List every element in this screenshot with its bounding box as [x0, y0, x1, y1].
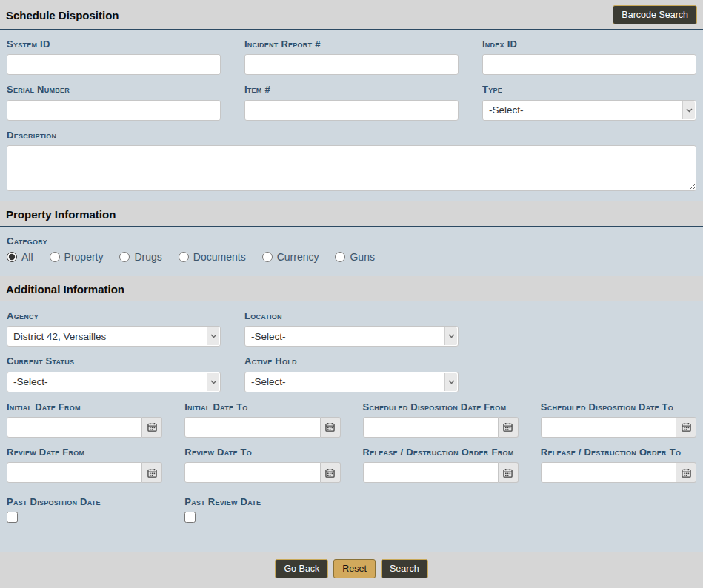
field-initial-date-to: Initial Date To	[184, 401, 340, 438]
field-active-hold: Active Hold -Select-	[244, 355, 459, 392]
review-date-to-input[interactable]	[184, 462, 320, 483]
release-destruction-order-from-input[interactable]	[363, 462, 499, 483]
field-item-number: Item #	[244, 84, 459, 120]
field-release-destruction-order-from: Release / Destruction Order From	[363, 447, 519, 483]
calendar-icon	[682, 468, 691, 478]
category-option-drugs[interactable]: Drugs	[119, 251, 161, 263]
release-destruction-order-to-calendar-button[interactable]	[676, 462, 696, 483]
system-id-label: System ID	[7, 39, 221, 50]
item-number-input[interactable]	[244, 100, 459, 121]
category-radio-property[interactable]	[50, 252, 60, 262]
scheduled-disposition-date-from-calendar-button[interactable]	[499, 417, 519, 438]
scheduled-disposition-date-to-calendar-button[interactable]	[676, 417, 696, 438]
type-label: Type	[482, 84, 696, 96]
category-radio-all[interactable]	[7, 252, 17, 262]
scheduled-disposition-date-to-label: Scheduled Disposition Date To	[541, 401, 696, 413]
review-date-from-calendar-button[interactable]	[142, 462, 162, 483]
field-past-disposition-date: Past Disposition Date	[7, 496, 162, 523]
chevron-down-icon	[682, 101, 695, 119]
field-release-destruction-order-to: Release / Destruction Order To	[541, 447, 696, 483]
type-select[interactable]: -Select-	[482, 100, 696, 121]
initial-date-to-input[interactable]	[184, 417, 320, 438]
scheduled-disposition-date-from-input[interactable]	[363, 417, 499, 438]
calendar-icon	[325, 422, 335, 432]
current-status-select-value: -Select-	[13, 376, 48, 387]
incident-report-input[interactable]	[244, 54, 459, 75]
type-select-value: -Select-	[489, 104, 524, 116]
category-option-documents-label: Documents	[193, 251, 246, 263]
review-date-to-calendar-button[interactable]	[321, 462, 341, 483]
agency-label: Agency	[7, 310, 221, 322]
category-radio-currency[interactable]	[262, 252, 273, 262]
category-option-all[interactable]: All	[7, 251, 33, 263]
category-radio-group: All Property Drugs Documents Currency Gu…	[7, 251, 696, 263]
field-past-review-date: Past Review Date	[184, 496, 340, 523]
location-label: Location	[244, 310, 459, 322]
initial-date-from-input[interactable]	[7, 417, 142, 438]
location-select-value: -Select-	[251, 331, 286, 342]
category-radio-documents[interactable]	[179, 252, 189, 262]
barcode-search-button[interactable]: Barcode Search	[613, 5, 697, 24]
category-option-guns-label: Guns	[350, 251, 374, 263]
field-initial-date-from: Initial Date From	[7, 401, 162, 438]
field-type: Type -Select-	[482, 84, 696, 120]
scheduled-disposition-date-to-input[interactable]	[541, 417, 676, 438]
initial-date-to-calendar-button[interactable]	[321, 417, 341, 438]
category-radio-drugs[interactable]	[119, 252, 130, 262]
header-bar: Schedule Disposition Barcode Search	[0, 0, 703, 30]
category-option-documents[interactable]: Documents	[179, 251, 246, 263]
property-information-title: Property Information	[6, 208, 697, 221]
agency-select[interactable]: District 42, Versailles	[7, 326, 221, 347]
initial-date-from-label: Initial Date From	[7, 401, 162, 413]
current-status-label: Current Status	[7, 355, 221, 367]
category-radio-guns[interactable]	[335, 252, 345, 262]
current-status-select[interactable]: -Select-	[7, 372, 221, 392]
past-disposition-date-checkbox[interactable]	[7, 512, 18, 523]
scheduled-disposition-date-from-label: Scheduled Disposition Date From	[363, 401, 519, 413]
active-hold-label: Active Hold	[244, 355, 459, 367]
search-button[interactable]: Search	[381, 559, 428, 578]
review-date-from-input[interactable]	[7, 462, 142, 483]
system-id-input[interactable]	[7, 54, 221, 75]
initial-date-to-label: Initial Date To	[184, 401, 340, 413]
field-incident-report: Incident Report #	[244, 39, 459, 75]
go-back-button[interactable]: Go Back	[275, 559, 328, 578]
field-system-id: System ID	[7, 39, 221, 75]
category-option-currency[interactable]: Currency	[262, 251, 319, 263]
field-serial-number: Serial Number	[7, 84, 221, 120]
chevron-down-icon	[207, 373, 219, 391]
category-option-property[interactable]: Property	[50, 251, 104, 263]
identity-panel: System ID Incident Report # Index ID Ser…	[0, 30, 703, 201]
release-destruction-order-from-calendar-button[interactable]	[499, 462, 519, 483]
review-date-to-label: Review Date To	[184, 447, 340, 458]
chevron-down-icon	[444, 373, 457, 391]
description-textarea[interactable]	[7, 145, 696, 191]
incident-report-label: Incident Report #	[244, 39, 459, 50]
calendar-icon	[682, 422, 691, 432]
field-scheduled-disposition-date-to: Scheduled Disposition Date To	[541, 401, 696, 438]
category-option-guns[interactable]: Guns	[335, 251, 374, 263]
field-review-date-to: Review Date To	[184, 447, 340, 483]
active-hold-select[interactable]: -Select-	[244, 372, 459, 392]
item-number-label: Item #	[244, 84, 459, 96]
property-information-header: Property Information	[0, 201, 703, 227]
field-location: Location -Select-	[244, 310, 459, 347]
field-index-id: Index ID	[482, 39, 696, 75]
additional-information-header: Additional Information	[0, 276, 703, 301]
initial-date-from-calendar-button[interactable]	[142, 417, 162, 438]
index-id-input[interactable]	[482, 54, 696, 75]
past-review-date-checkbox[interactable]	[184, 512, 196, 523]
category-panel: Category All Property Drugs Documents Cu…	[0, 227, 703, 276]
field-scheduled-disposition-date-from: Scheduled Disposition Date From	[363, 401, 519, 438]
release-destruction-order-to-input[interactable]	[541, 462, 676, 483]
serial-number-input[interactable]	[7, 100, 221, 121]
field-description: Description	[7, 130, 696, 191]
index-id-label: Index ID	[482, 39, 696, 50]
calendar-icon	[147, 422, 157, 432]
calendar-icon	[503, 468, 513, 478]
reset-button[interactable]: Reset	[333, 559, 376, 578]
release-destruction-order-to-label: Release / Destruction Order To	[541, 447, 696, 458]
chevron-down-icon	[207, 327, 219, 345]
location-select[interactable]: -Select-	[244, 326, 459, 347]
release-destruction-order-from-label: Release / Destruction Order From	[363, 447, 519, 458]
